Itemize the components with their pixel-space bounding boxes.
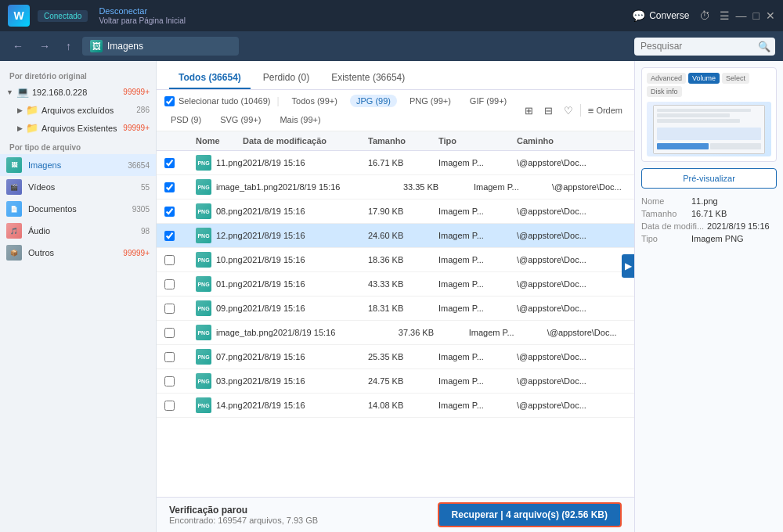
list-view-btn[interactable]: ⊟ [540,102,557,119]
preview-image-area [647,102,771,156]
tab-perdido[interactable]: Perdido (0) [254,67,319,89]
row-checkbox[interactable] [164,207,175,217]
row-type-cell: Imagem P... [438,401,517,410]
file-thumb: PNG [196,228,211,243]
row-date-cell: 2021/8/19 15:16 [243,231,368,240]
filter-png[interactable]: PNG (99+) [403,95,457,107]
row-checkbox[interactable] [164,279,175,289]
col-path[interactable]: Caminho [517,136,626,146]
preview-button[interactable]: Pré-visualizar [641,168,777,189]
col-size[interactable]: Tamanho [368,136,438,146]
file-name: 03.png [216,376,243,386]
search-icon[interactable]: 🔍 [758,41,770,52]
filter-jpg[interactable]: JPG (99) [350,95,397,107]
panel-toggle-btn[interactable]: ▶ [622,254,634,278]
sidebar-item-images[interactable]: 🖼 Imagens 36654 [0,154,156,176]
row-path-cell: \@appstore\Doc... [517,207,626,216]
videos-label: Vídeos [28,182,138,192]
row-checkbox[interactable] [164,158,175,168]
search-box[interactable]: 🔍 [634,38,775,56]
row-name-cell: PNG 07.png [196,349,243,365]
disconnect-action[interactable]: Desconectar [99,6,186,16]
filter-svg[interactable]: SVG (99+) [214,113,267,126]
row-checkbox[interactable] [164,401,175,411]
order-btn[interactable]: ≡ Ordem [584,102,626,119]
select-all-checkbox[interactable] [164,96,175,106]
row-date-cell: 2021/8/19 15:16 [273,328,399,337]
minimize-btn[interactable]: — [736,9,747,22]
table-row[interactable]: PNG 08.png 2021/8/19 15:16 17.90 KB Imag… [157,200,634,224]
row-check-cell [164,255,196,265]
row-type-cell: Imagem P... [474,182,552,192]
row-name-cell: PNG 01.png [196,276,243,292]
table-row[interactable]: PNG 01.png 2021/8/19 15:16 43.33 KB Imag… [157,272,634,297]
sidebar-item-videos[interactable]: 🎬 Vídeos 55 [0,176,156,198]
file-name: 11.png [216,158,243,167]
videos-count: 55 [141,183,150,192]
grid-view-btn[interactable]: ⊞ [521,102,537,119]
heart-btn[interactable]: ♡ [560,102,577,119]
sidebar-item-deleted[interactable]: ▶ 📁 Arquivos excluídos 286 [0,101,156,119]
table-row[interactable]: PNG 14.png 2021/8/19 15:16 14.08 KB Imag… [157,394,634,418]
mini-tab-advanced[interactable]: Advanced [647,73,686,84]
row-checkbox[interactable] [164,304,175,314]
mini-tab-select[interactable]: Select [722,73,749,84]
mini-tab-diskinfo[interactable]: Disk info [647,86,682,97]
row-type-cell: Imagem P... [469,328,547,337]
filter-todos[interactable]: Todos (99+) [286,95,344,107]
filter-mais[interactable]: Mais (99+) [273,113,327,126]
file-name: 08.png [216,207,243,216]
row-check-cell [164,158,196,168]
file-thumb: PNG [196,179,211,195]
file-name: 10.png [216,255,243,264]
converse-button[interactable]: 💬 Converse [632,9,689,22]
table-row[interactable]: PNG 11.png 2021/8/19 15:16 16.71 KB Imag… [157,151,634,175]
sidebar-item-audio[interactable]: 🎵 Áudio 98 [0,220,156,242]
row-size-cell: 24.75 KB [368,376,438,386]
col-type[interactable]: Tipo [438,136,517,146]
row-checkbox[interactable] [164,328,175,338]
tab-todos[interactable]: Todos (36654) [169,67,251,89]
row-checkbox[interactable] [164,376,175,386]
mini-tab-volume[interactable]: Volume [688,73,720,84]
filter-psd[interactable]: PSD (9) [164,113,207,126]
arrow-icon[interactable]: ▶ [622,254,634,278]
row-checkbox[interactable] [164,255,175,265]
filter-gif[interactable]: GIF (99+) [464,95,513,107]
table-row[interactable]: PNG 10.png 2021/8/19 15:16 18.36 KB Imag… [157,248,634,272]
audio-label: Áudio [28,226,138,235]
search-input[interactable] [640,41,758,52]
titlebar-right: 💬 Converse ⏱ ☰ — □ ✕ [632,9,775,22]
sidebar-item-existing[interactable]: ▶ 📁 Arquivos Existentes 99999+ [0,119,156,137]
maximize-btn[interactable]: □ [753,9,760,22]
row-name-cell: PNG 03.png [196,373,243,389]
row-size-cell: 24.60 KB [368,231,438,240]
hamburger-icon[interactable]: ☰ [720,9,730,22]
col-date[interactable]: Data de modificação [243,136,368,146]
recover-button[interactable]: Recuperar | 4 arquivo(s) (92.56 KB) [438,502,622,527]
location-bar: 🖼 Imagens [82,37,239,56]
col-name[interactable]: Nome [196,136,243,146]
home-action[interactable]: Voltar para Página Inicial [99,16,186,25]
row-check-cell [164,328,196,338]
titlebar: W Conectado Desconectar Voltar para Pági… [0,0,783,31]
row-type-cell: Imagem P... [438,376,517,386]
table-row[interactable]: PNG 03.png 2021/8/19 15:16 24.75 KB Imag… [157,369,634,394]
row-checkbox[interactable] [164,231,175,241]
table-row[interactable]: PNG image_tab1.png 2021/8/19 15:16 33.35… [157,175,634,200]
forward-button[interactable]: → [34,37,55,56]
table-row[interactable]: PNG 07.png 2021/8/19 15:16 25.35 KB Imag… [157,345,634,369]
row-checkbox[interactable] [164,182,175,192]
row-path-cell: \@appstore\Doc... [517,231,626,240]
table-row[interactable]: PNG 09.png 2021/8/19 15:16 18.31 KB Imag… [157,297,634,321]
tab-existente[interactable]: Existente (36654) [322,67,414,89]
back-button[interactable]: ← [8,37,28,56]
table-row[interactable]: PNG 12.png 2021/8/19 15:16 24.60 KB Imag… [157,224,634,248]
sidebar-item-ip[interactable]: ▼ 💻 192.168.0.228 99999+ [0,83,156,101]
sidebar-item-documents[interactable]: 📄 Documentos 9305 [0,198,156,220]
row-checkbox[interactable] [164,352,175,362]
up-button[interactable]: ↑ [61,37,76,56]
sidebar-item-others[interactable]: 📦 Outros 99999+ [0,242,156,264]
close-btn[interactable]: ✕ [766,9,775,22]
table-row[interactable]: PNG image_tab.png 2021/8/19 15:16 37.36 … [157,321,634,345]
